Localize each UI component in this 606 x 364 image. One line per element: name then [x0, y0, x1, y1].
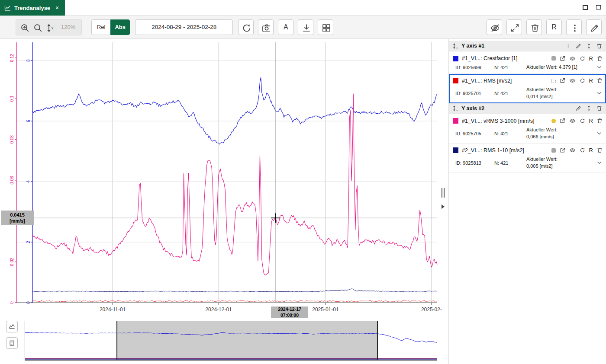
status-icon	[551, 79, 556, 83]
panel-collapse-arrow-icon[interactable]	[442, 204, 445, 209]
reload-icon[interactable]	[579, 55, 586, 62]
channel-reset-button[interactable]: R	[589, 147, 593, 153]
more-menu-button[interactable]	[566, 19, 582, 35]
svg-text:0: 0	[10, 301, 14, 304]
channel-id: ID: 9025813	[455, 160, 494, 166]
tab-title: Trendanalyse	[14, 5, 50, 11]
clear-button[interactable]	[526, 19, 542, 35]
toolbar: Y 120% Rel Abs 2024-08-29 - 2025-02-28 A	[0, 16, 606, 39]
rel-button[interactable]: Rel	[91, 19, 111, 35]
zoom-reset-button[interactable]	[18, 21, 31, 34]
panel-splitter[interactable]	[440, 188, 446, 218]
tab-close-icon[interactable]: ×	[55, 4, 59, 11]
svg-text:Y: Y	[51, 26, 54, 30]
restore-icon[interactable]	[581, 3, 590, 12]
expand-chevron-button[interactable]	[595, 64, 603, 70]
axis-scale-icon[interactable]	[586, 43, 592, 49]
reload-icon[interactable]	[579, 77, 586, 84]
open-external-icon[interactable]	[559, 118, 566, 124]
svg-text:6: 6	[26, 120, 31, 122]
camera-icon	[261, 23, 270, 32]
channel-reset-button[interactable]: R	[589, 77, 593, 84]
svg-text:4: 4	[26, 180, 31, 183]
abs-button[interactable]: Abs	[110, 19, 130, 35]
axis-panel: Y axis #1 #1_VI...: Crestfactor [1]	[448, 39, 606, 364]
screenshot-button[interactable]	[258, 19, 274, 35]
zoom-button[interactable]	[31, 21, 44, 34]
channel-row[interactable]: #2_VI...: RMS 1-10 [m/s2] R ID: 9025813 …	[449, 144, 606, 173]
y-axis-icon	[452, 105, 459, 112]
expand-chevron-button[interactable]	[595, 130, 603, 137]
add-channel-icon[interactable]	[565, 43, 571, 49]
expand-chevron-button[interactable]	[595, 160, 603, 166]
channel-row[interactable]: #1_VI...: Crestfactor [1] R ID: 9025699 …	[449, 51, 606, 74]
zoom-reset-icon	[20, 23, 29, 32]
channel-color-chip	[453, 56, 458, 61]
layout-grid-button[interactable]	[318, 19, 333, 35]
y-zoom-icon: Y	[46, 23, 55, 32]
navigator-report-button[interactable]	[6, 337, 18, 349]
hide-curves-button[interactable]	[487, 19, 502, 35]
navigator-trend-button[interactable]	[6, 321, 18, 332]
date-range-input[interactable]: 2024-08-29 - 2025-02-28	[135, 19, 233, 35]
expand-chevron-button[interactable]	[595, 90, 603, 96]
channel-row[interactable]: #1_VI...: vRMS 3-1000 [mm/s] R ID: 90257…	[449, 114, 606, 144]
crosshair-y-unit: [mm/s]	[10, 218, 25, 224]
delete-axis-icon[interactable]	[596, 105, 603, 112]
edit-axis-icon[interactable]	[575, 43, 582, 49]
kebab-icon	[570, 23, 578, 32]
y-zoom-button[interactable]: Y	[44, 21, 57, 34]
trash-icon	[530, 23, 538, 32]
expand-icon	[510, 23, 519, 32]
crosshair-x-label: 2024-12-17 07:00:00	[271, 307, 308, 318]
delete-channel-icon[interactable]	[596, 118, 603, 124]
channel-label: #1_VI...: Crestfactor [1]	[462, 55, 548, 61]
delete-channel-icon[interactable]	[596, 147, 603, 153]
axis-1-header: Y axis #1	[449, 41, 606, 51]
edit-axis-icon[interactable]	[575, 105, 582, 112]
eye-icon[interactable]	[569, 55, 576, 62]
reload-icon[interactable]	[579, 118, 586, 124]
reset-r-icon: R	[551, 23, 557, 31]
navigator-box[interactable]	[25, 321, 437, 361]
eye-icon[interactable]	[569, 118, 576, 124]
navigator-chart[interactable]	[25, 321, 437, 360]
channel-label: #1_VI...: vRMS 3-1000 [mm/s]	[462, 118, 548, 124]
reload-icon[interactable]	[579, 147, 586, 153]
open-external-icon[interactable]	[559, 55, 566, 62]
annotation-a-icon: A	[284, 23, 288, 31]
tab-trendanalyse[interactable]: Trendanalyse ×	[0, 0, 65, 16]
reset-button[interactable]: R	[546, 19, 562, 35]
rel-abs-toggle: Rel Abs	[91, 19, 130, 35]
channel-n: N: 421	[494, 91, 526, 96]
download-button[interactable]	[298, 19, 313, 35]
channel-reset-button[interactable]: R	[589, 55, 593, 62]
crosshair-time: 07:00:00	[280, 313, 299, 318]
chevron-down-icon	[596, 64, 603, 70]
svg-text:2025-01-01: 2025-01-01	[312, 307, 339, 313]
eye-icon[interactable]	[569, 77, 576, 84]
annotation-button[interactable]: A	[278, 19, 293, 35]
svg-text:2: 2	[26, 241, 31, 243]
edit-button[interactable]	[586, 19, 602, 35]
mini-trend-icon	[9, 323, 15, 330]
refresh-button[interactable]	[238, 19, 254, 35]
axis-scale-icon[interactable]	[586, 105, 592, 112]
maximize-icon[interactable]	[594, 3, 603, 12]
fit-view-button[interactable]	[506, 19, 522, 35]
crosshair-date: 2024-12-17	[278, 307, 301, 312]
titlebar: Trendanalyse ×	[0, 0, 606, 16]
eye-icon[interactable]	[569, 147, 576, 153]
channel-id: ID: 9025701	[455, 91, 494, 96]
open-external-icon[interactable]	[559, 147, 566, 153]
delete-axis-icon[interactable]	[596, 43, 603, 49]
channel-row[interactable]: #1_VI...: RMS [m/s2] R ID: 9025701 N: 42…	[449, 74, 606, 103]
delete-channel-icon[interactable]	[596, 55, 603, 62]
open-external-icon[interactable]	[559, 77, 566, 84]
zoom-icon	[33, 23, 42, 32]
channel-id: ID: 9025705	[455, 131, 494, 136]
channel-value: Aktueller Wert: 0,005 [m/s2]	[526, 156, 595, 170]
trend-chart[interactable]: 00.020.040.060.080.10.12024682024-11-012…	[0, 39, 447, 319]
channel-reset-button[interactable]: R	[589, 118, 593, 124]
delete-channel-icon[interactable]	[596, 77, 603, 84]
